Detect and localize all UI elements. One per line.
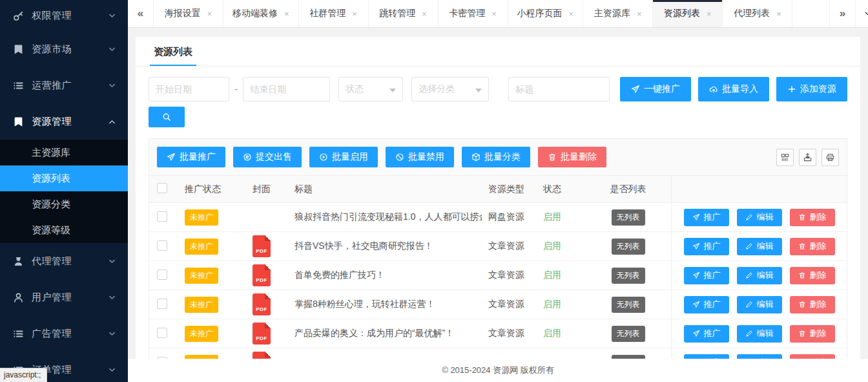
page-tab-resource-list[interactable]: 资源列表 bbox=[150, 37, 196, 66]
delete-button[interactable]: 删除 bbox=[790, 267, 835, 284]
one-click-promote-button[interactable]: 一键推广 bbox=[620, 77, 691, 101]
sidebar-item-resource-mgmt[interactable]: 资源管理 bbox=[0, 103, 128, 140]
table-row: 未推广 狼叔抖音热门引流变现秘籍1.0，人人都可以捞金... 网盘资源 启用 无… bbox=[149, 203, 847, 232]
table-row: 未推广 PDF 首单免费的推广技巧！ 文章资源 启用 无列表 推广 编辑 删除 bbox=[149, 261, 847, 290]
chevron-down-icon bbox=[108, 293, 116, 302]
select-all-checkbox[interactable] bbox=[157, 183, 167, 193]
delete-button[interactable]: 删除 bbox=[790, 209, 835, 226]
edit-button[interactable]: 编辑 bbox=[737, 267, 782, 284]
tab-more-button[interactable] bbox=[855, 0, 868, 27]
sidebar-item-user-mgmt[interactable]: 用户管理 bbox=[0, 279, 128, 315]
tab-redirect-mgmt[interactable]: 跳转管理× bbox=[369, 0, 439, 27]
tab-poster-settings[interactable]: 海报设置× bbox=[154, 0, 223, 27]
pdf-file-icon: PDF bbox=[253, 235, 271, 257]
sidebar-item-permissions[interactable]: 权限管理 bbox=[0, 0, 128, 31]
grid-columns-icon[interactable] bbox=[776, 149, 794, 166]
promote-button[interactable]: 推广 bbox=[684, 325, 729, 343]
pencil-icon bbox=[745, 242, 753, 250]
sidebar-item-agent-mgmt[interactable]: 代理管理 bbox=[0, 243, 128, 279]
sidebar-item-ad-mgmt[interactable]: 广告管理 bbox=[0, 315, 128, 352]
close-icon[interactable]: × bbox=[776, 10, 781, 18]
promote-button[interactable]: 推广 bbox=[684, 209, 729, 226]
tab-scroll-right-button[interactable]: » bbox=[829, 0, 855, 27]
sidebar-subitem-resource-level[interactable]: 资源等级 bbox=[0, 217, 128, 243]
start-date-input[interactable] bbox=[149, 77, 229, 101]
tab-main-repo[interactable]: 主资源库× bbox=[583, 0, 653, 27]
promote-button[interactable]: 推广 bbox=[684, 296, 729, 313]
close-icon[interactable]: × bbox=[491, 10, 497, 18]
close-icon[interactable]: × bbox=[422, 10, 427, 18]
title-input[interactable] bbox=[508, 77, 610, 101]
end-date-input[interactable] bbox=[243, 77, 330, 101]
col-promo-status: 推广状态 bbox=[178, 184, 246, 195]
col-type: 资源类型 bbox=[482, 184, 537, 195]
delete-button[interactable]: 删除 bbox=[790, 296, 835, 313]
row-checkbox[interactable] bbox=[157, 211, 167, 222]
paper-plane-icon bbox=[631, 85, 640, 94]
tab-scroll-left-button[interactable]: « bbox=[128, 0, 154, 27]
footer: © 2015-2024 资源网 版权所有 bbox=[128, 359, 868, 382]
promo-status-badge: 未推广 bbox=[185, 209, 218, 226]
add-resource-button[interactable]: 添加资源 bbox=[776, 77, 847, 101]
user-icon bbox=[13, 292, 24, 303]
cloud-upload-icon bbox=[709, 85, 718, 94]
table-row: 未推广 PDF 抖音VS快手，社交电商研究报告！ 文章资源 启用 无列表 推广 … bbox=[149, 232, 847, 261]
pencil-icon bbox=[745, 301, 753, 308]
batch-import-button[interactable]: 批量导入 bbox=[698, 77, 769, 101]
category-select[interactable]: 选择分类 bbox=[411, 77, 489, 101]
edit-button[interactable]: 编辑 bbox=[737, 354, 782, 359]
close-icon[interactable]: × bbox=[352, 10, 357, 18]
search-button[interactable] bbox=[149, 107, 185, 127]
promote-button[interactable]: 推广 bbox=[684, 354, 729, 359]
tab-community-mgmt[interactable]: 社群管理× bbox=[299, 0, 369, 27]
list-flag-badge: 无列表 bbox=[612, 239, 645, 255]
promote-button[interactable]: 推广 bbox=[684, 238, 729, 255]
status-text: 启用 bbox=[537, 299, 585, 310]
table-header-row: 推广状态 封面 标题 资源类型 状态 是否列表 bbox=[149, 176, 847, 203]
batch-enable-button[interactable]: 批量启用 bbox=[309, 147, 378, 167]
status-text: 启用 bbox=[537, 240, 585, 252]
batch-classify-button[interactable]: 批量分类 bbox=[462, 147, 530, 167]
chevron-down-icon bbox=[389, 89, 396, 92]
export-icon[interactable] bbox=[799, 149, 816, 166]
resource-type: 文章资源 bbox=[482, 240, 537, 252]
edit-button[interactable]: 编辑 bbox=[737, 296, 782, 313]
close-icon[interactable]: × bbox=[284, 10, 289, 18]
status-select[interactable]: 状态 bbox=[338, 77, 403, 101]
sidebar-subitem-resource-list[interactable]: 资源列表 bbox=[0, 165, 128, 191]
edit-button[interactable]: 编辑 bbox=[737, 325, 782, 343]
tab-miniprogram-page[interactable]: 小程序页面× bbox=[508, 0, 584, 27]
tab-cardkey-mgmt[interactable]: 卡密管理× bbox=[439, 0, 508, 27]
promote-button[interactable]: 推广 bbox=[684, 267, 729, 284]
trash-icon bbox=[548, 153, 557, 162]
copyright-text: © 2015-2024 资源网 版权所有 bbox=[442, 365, 554, 376]
delete-button[interactable]: 删除 bbox=[790, 325, 835, 343]
print-icon[interactable] bbox=[822, 149, 839, 166]
sidebar-item-operation-promo[interactable]: 运营推广 bbox=[0, 67, 128, 103]
sidebar-subitem-main-repo[interactable]: 主资源库 bbox=[0, 140, 128, 165]
sidebar-item-resource-market[interactable]: 资源市场 bbox=[0, 31, 128, 67]
row-checkbox[interactable] bbox=[157, 240, 167, 251]
batch-disable-button[interactable]: 批量禁用 bbox=[386, 147, 454, 167]
list-flag-badge: 无列表 bbox=[612, 268, 645, 284]
submit-sell-button[interactable]: 提交出售 bbox=[233, 147, 302, 167]
batch-promote-button[interactable]: 批量推广 bbox=[157, 147, 225, 167]
edit-button[interactable]: 编辑 bbox=[737, 209, 782, 226]
batch-delete-button[interactable]: 批量删除 bbox=[538, 147, 606, 167]
close-icon[interactable]: × bbox=[207, 10, 212, 18]
sidebar-item-label: 资源管理 bbox=[32, 116, 108, 128]
row-checkbox[interactable] bbox=[157, 299, 167, 309]
delete-button[interactable]: 删除 bbox=[790, 354, 835, 359]
close-icon[interactable]: × bbox=[569, 10, 574, 18]
tab-agent-list[interactable]: 代理列表× bbox=[723, 0, 792, 27]
tab-mobile-decorate[interactable]: 移动端装修× bbox=[223, 0, 299, 27]
sidebar-subitem-resource-category[interactable]: 资源分类 bbox=[0, 191, 128, 217]
close-icon[interactable]: × bbox=[707, 10, 712, 18]
row-checkbox[interactable] bbox=[157, 328, 167, 338]
edit-button[interactable]: 编辑 bbox=[737, 238, 782, 255]
delete-button[interactable]: 删除 bbox=[790, 238, 835, 255]
close-icon[interactable]: × bbox=[637, 10, 642, 18]
row-checkbox[interactable] bbox=[157, 270, 167, 280]
table-row: 未推广 PDF 产品卖爆的奥义：成为用户的“最优解”！ 文章资源 启用 无列表 … bbox=[149, 319, 847, 348]
tab-resource-list[interactable]: 资源列表× bbox=[653, 0, 723, 27]
